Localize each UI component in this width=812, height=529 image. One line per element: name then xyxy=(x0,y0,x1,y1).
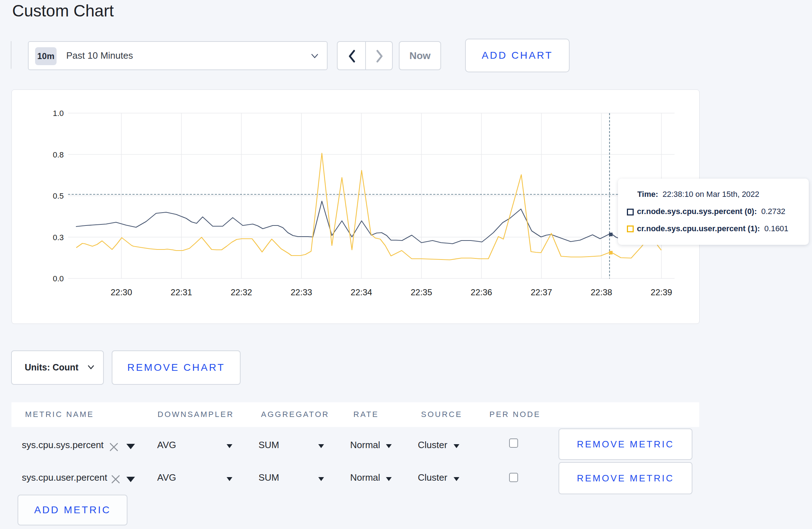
svg-text:22:37: 22:37 xyxy=(531,287,552,297)
svg-text:1.0: 1.0 xyxy=(53,109,64,118)
svg-text:22:35: 22:35 xyxy=(411,287,432,297)
svg-text:22:31: 22:31 xyxy=(171,287,192,297)
svg-text:22:33: 22:33 xyxy=(291,287,312,297)
svg-text:22:38: 22:38 xyxy=(591,287,612,297)
svg-text:0.5: 0.5 xyxy=(53,191,64,200)
svg-text:22:32: 22:32 xyxy=(231,287,252,297)
svg-text:0.8: 0.8 xyxy=(53,150,64,159)
svg-text:22:36: 22:36 xyxy=(471,287,492,297)
svg-text:22:39: 22:39 xyxy=(651,287,672,297)
svg-text:22:34: 22:34 xyxy=(351,287,372,297)
svg-text:0.3: 0.3 xyxy=(53,233,64,242)
svg-text:22:30: 22:30 xyxy=(111,287,132,297)
svg-text:0.0: 0.0 xyxy=(53,274,64,283)
